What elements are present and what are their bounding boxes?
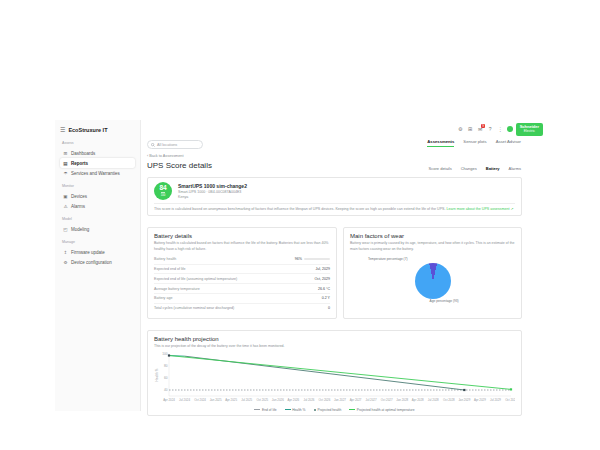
app-title: EcoStruxure IT [68, 127, 107, 133]
x-tick: Jan 2025 [210, 397, 222, 401]
sidebar-item-device-configuration[interactable]: ⚙ Device configuration [60, 257, 135, 267]
svg-text:40: 40 [164, 388, 168, 392]
sidebar-item-services-warranties[interactable]: ☂ Services and Warranties [60, 168, 135, 178]
legend-label: Projected health [317, 408, 341, 412]
back-to-assessment-link[interactable]: ‹ Back to Assessment [147, 154, 545, 158]
chart-legend: End of lifeHealth %Projected healthProje… [154, 408, 515, 412]
page-tabs: Assessments Sensor plots Asset Advisor [427, 139, 521, 147]
x-tick: Apr 2027 [350, 397, 362, 401]
sidebar-item-label: Alarms [71, 204, 85, 209]
x-tick: Apr 2025 [225, 397, 237, 401]
legend-label: Health % [292, 408, 305, 412]
series-projected-health-at-optimal-temperature [169, 355, 511, 389]
app-logo: ☰ EcoStruxure IT [60, 126, 135, 133]
sidebar-item-dashboards[interactable]: ⊞ Dashboards [60, 148, 135, 158]
battery-health-value: 96% [295, 257, 302, 261]
svg-text:Health %: Health % [155, 368, 159, 381]
expected-eol-optimal-row: Expected end of life (assuming optimal t… [154, 273, 330, 283]
x-tick: Oct 2024 [194, 397, 206, 401]
x-tick: Apr 2026 [287, 397, 299, 401]
x-tick: Jul 2029 [490, 397, 501, 401]
schneider-electric-logo: Schneider Electric [516, 123, 543, 136]
ups-score-card: 84 100 SmartUPS 1000 sim-change2 Smart-U… [147, 177, 522, 216]
main-factors-description: Battery wear is primarily caused by its … [350, 241, 515, 252]
subtab-alarms[interactable]: Alarms [509, 166, 521, 171]
more-icon[interactable]: ⋮ [497, 126, 504, 132]
battery-health-row: Battery health 96% [154, 255, 330, 264]
subtab-battery[interactable]: Battery [486, 166, 500, 171]
learn-more-link[interactable]: Learn more about the UPS assessment ↗ [446, 207, 513, 211]
x-tick: Jan 2029 [458, 397, 470, 401]
wear-pie-chart: Temperature percentage (7) Age percentag… [350, 255, 515, 303]
battery-details-title: Battery details [154, 233, 330, 239]
ecostruxure-app: ☰ EcoStruxure IT Assess ⊞ Dashboards ▤ R… [55, 120, 545, 411]
pie-label-temperature: Temperature percentage (7) [368, 257, 408, 261]
x-tick: Apr 2029 [474, 397, 486, 401]
svg-text:60: 60 [164, 376, 168, 380]
menu-icon[interactable]: ☰ [60, 126, 65, 133]
alarms-icon: ⚠ [63, 204, 68, 209]
legend-label: End of life [262, 408, 277, 412]
sidebar-section-manage: Manage [62, 240, 135, 244]
sidebar-item-label: Modeling [71, 227, 89, 232]
help-icon[interactable]: ? [487, 126, 494, 132]
subtab-score-details[interactable]: Score details [429, 166, 452, 171]
reports-icon: ▤ [63, 161, 68, 166]
projection-line-chart: 100806040Health %Apr 2024Jul 2024Oct 202… [154, 351, 515, 407]
sidebar-item-label: Firmware update [71, 250, 105, 255]
tab-sensor-plots[interactable]: Sensor plots [463, 139, 486, 147]
x-tick: Oct 2028 [443, 397, 455, 401]
x-tick: Jan 2026 [272, 397, 284, 401]
legend-swatch [349, 409, 355, 410]
score-description: This score is calculated based on anonym… [154, 207, 445, 211]
legend-swatch [285, 409, 291, 410]
user-avatar[interactable] [507, 126, 513, 132]
subtab-changes[interactable]: Changes [461, 166, 477, 171]
location-search-input[interactable]: All locations [147, 140, 203, 149]
x-tick: Jul 2027 [366, 397, 377, 401]
sidebar-section-assess: Assess [62, 141, 135, 145]
topbar: ⚙ ⊞ ✉9 ? ⋮ Schneider Electric [457, 123, 543, 136]
x-tick: Jan 2027 [334, 397, 346, 401]
device-location: Kenya [178, 195, 247, 199]
projection-title: Battery health projection [154, 336, 515, 342]
sidebar-item-label: Dashboards [71, 151, 95, 156]
x-tick: Jul 2026 [303, 397, 314, 401]
score-value: 84 [159, 185, 166, 192]
x-tick: Oct 2025 [256, 397, 268, 401]
sidebar-item-devices[interactable]: ▣ Devices [60, 191, 135, 201]
sidebar-item-label: Services and Warranties [71, 171, 120, 176]
score-max: 100 [161, 192, 166, 196]
svg-text:80: 80 [164, 364, 168, 368]
x-tick: Apr 2024 [163, 397, 175, 401]
sidebar-item-label: Reports [71, 161, 88, 166]
settings-icon[interactable]: ⚙ [457, 126, 464, 132]
legend-item-end-of-life[interactable]: End of life [254, 408, 276, 412]
notification-badge: 9 [481, 124, 484, 128]
apps-icon[interactable]: ⊞ [467, 126, 474, 132]
search-placeholder: All locations [157, 143, 177, 147]
tab-asset-advisor[interactable]: Asset Advisor [496, 139, 521, 147]
tab-assessments[interactable]: Assessments [427, 139, 454, 147]
sidebar-item-alarms[interactable]: ⚠ Alarms [60, 201, 135, 211]
sidebar-item-label: Device configuration [71, 260, 112, 265]
sidebar-item-firmware-update[interactable]: ↥ Firmware update [60, 247, 135, 257]
legend-item-projected-health-at-optimal-temperature[interactable]: Projected health at optimal temperature [349, 408, 414, 412]
device-name: SmartUPS 1000 sim-change2 [178, 183, 247, 189]
legend-item-health-[interactable]: Health % [285, 408, 306, 412]
battery-health-bar [304, 258, 330, 260]
x-tick: Jul 2028 [428, 397, 439, 401]
services-icon: ☂ [63, 171, 68, 176]
avg-temperature-row: Average battery temperature 26.6 °C [154, 283, 330, 293]
sidebar-item-reports[interactable]: ▤ Reports [60, 158, 135, 168]
dashboards-icon: ⊞ [63, 151, 68, 156]
sidebar-item-modeling[interactable]: ◰ Modeling [60, 224, 135, 234]
detail-subtabs: Score details Changes Battery Alarms [429, 166, 521, 171]
notifications-icon[interactable]: ✉9 [477, 126, 484, 132]
devices-icon: ▣ [63, 194, 68, 199]
legend-item-projected-health[interactable]: Projected health [314, 408, 342, 412]
search-icon [151, 143, 155, 147]
x-tick: Oct 2026 [319, 397, 331, 401]
legend-swatch [314, 409, 316, 411]
legend-label: Projected health at optimal temperature [357, 408, 415, 412]
